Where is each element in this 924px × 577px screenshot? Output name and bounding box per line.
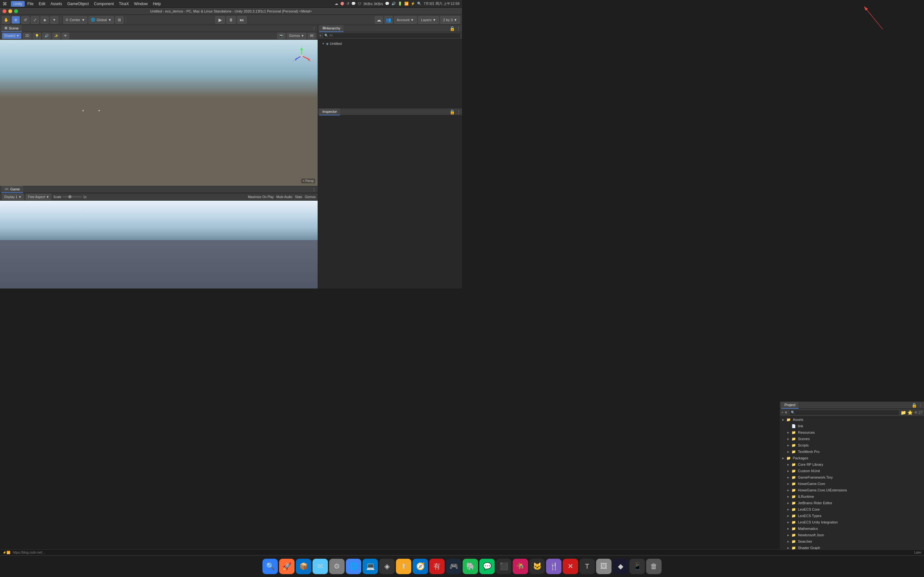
hierarchy-tab[interactable]: ⊞ Hierarchy <box>319 25 344 32</box>
scale-slider[interactable] <box>63 196 82 197</box>
inspector-panel: Inspector 🔒 ⋮ <box>318 108 462 288</box>
hierarchy-search-icon: 🔍 <box>325 34 328 37</box>
pause-button[interactable]: ⏸ <box>226 16 236 24</box>
cloud-button[interactable]: ☁ <box>375 16 383 24</box>
collab-button[interactable]: 👥 <box>384 16 393 24</box>
hierarchy-search-placeholder: All <box>329 34 333 37</box>
gizmos-chevron-icon: ▼ <box>301 34 304 37</box>
scene-ground <box>0 98 318 186</box>
rect-tool-button[interactable]: ◈ <box>40 16 49 24</box>
inspector-lock-icon[interactable]: 🔒 <box>449 109 455 114</box>
scene-tab[interactable]: ⊞ Scene <box>1 25 22 32</box>
menu-window[interactable]: Window <box>132 1 150 7</box>
apple-logo-icon[interactable]: ⌘ <box>3 1 7 6</box>
account-dropdown[interactable]: Account ▼ <box>394 16 417 24</box>
scene-panel-tabs: ⊞ Scene ⋮ <box>0 25 318 32</box>
menu-gameobject[interactable]: GameObject <box>65 1 91 7</box>
game-right-controls: Maximize On Play Mute Audio Stats Gizmos <box>248 195 316 199</box>
menu-help[interactable]: Help <box>150 1 163 7</box>
gizmos-dropdown[interactable]: Gizmos ▼ <box>287 33 306 39</box>
scene-dot-2 <box>99 110 100 111</box>
scene-camera-btn[interactable]: 📷 <box>277 33 286 39</box>
svg-text:X: X <box>309 59 311 62</box>
account-label: Account <box>397 18 410 22</box>
layout-dropdown[interactable]: 2 by 3 ▼ <box>440 16 460 24</box>
step-button[interactable]: ⏭ <box>237 16 247 24</box>
menu-unity[interactable]: Unity <box>11 1 25 7</box>
game-panel-tabs: 🎮 Game ⋮ <box>0 186 318 193</box>
hierarchy-lock-icon[interactable]: 🔒 <box>449 26 455 31</box>
hand-tool-button[interactable]: ✋ <box>2 16 10 24</box>
search-menu-icon[interactable]: 🔍 <box>417 2 422 6</box>
aspect-dropdown[interactable]: Free Aspect ▼ <box>26 193 51 200</box>
2d-toggle[interactable]: 2D <box>23 33 31 39</box>
display-label: Display 1 <box>4 195 17 199</box>
main-layout: ⊞ Scene ⋮ Shaded ▼ 2D 💡 🔊 ✨ 👁 📷 <box>0 25 462 288</box>
display-dropdown[interactable]: Display 1 ▼ <box>2 193 24 200</box>
pivot-chevron-icon: ▼ <box>81 18 85 22</box>
scale-value: 1x <box>83 195 87 199</box>
global-icon: 🌐 <box>91 18 95 22</box>
game-panel-menu[interactable]: ⋮ <box>312 187 317 192</box>
menu-tinax[interactable]: TinaX <box>116 1 132 7</box>
shading-mode-dropdown[interactable]: Shaded ▼ <box>2 33 21 39</box>
aspect-chevron-icon: ▼ <box>46 195 49 199</box>
scene-view[interactable]: X Y Z < Persp <box>0 40 318 186</box>
hierarchy-item-untitled[interactable]: ▼ ◈ Untitled <box>319 40 461 47</box>
scene-sky <box>0 40 318 98</box>
inspector-tabs: Inspector 🔒 ⋮ <box>318 108 462 115</box>
play-button[interactable]: ▶ <box>215 16 225 24</box>
close-button[interactable] <box>3 9 6 13</box>
hierarchy-add-button[interactable]: + <box>319 33 321 38</box>
layers-label: Layers <box>421 18 431 22</box>
hierarchy-search[interactable]: 🔍 All <box>323 33 461 39</box>
game-view[interactable] <box>0 201 318 288</box>
all-dropdown[interactable]: All <box>308 33 316 39</box>
mute-audio-button[interactable]: Mute Audio <box>276 195 292 199</box>
maximize-on-play-button[interactable]: Maximize On Play <box>248 195 274 199</box>
menu-component[interactable]: Component <box>91 1 116 7</box>
scene-panel-menu[interactable]: ⋮ <box>312 26 317 31</box>
scale-control: Scale 1x <box>53 195 87 199</box>
rotate-tool-button[interactable]: ↺ <box>21 16 29 24</box>
scene-visibility-toggle[interactable]: 👁 <box>61 33 69 39</box>
inspector-tab[interactable]: Inspector <box>319 108 340 115</box>
display-chevron-icon: ▼ <box>18 195 21 199</box>
toolbar-sep-1 <box>61 17 61 23</box>
pivot-global-dropdown[interactable]: 🌐 Global ▼ <box>89 16 114 24</box>
scale-tool-button[interactable]: ⤢ <box>31 16 39 24</box>
menu-edit[interactable]: Edit <box>36 1 48 7</box>
effects-toggle[interactable]: ✨ <box>52 33 60 39</box>
audio-toggle[interactable]: 🔊 <box>42 33 51 39</box>
scene-toolbar: Shaded ▼ 2D 💡 🔊 ✨ 👁 📷 Gizmos ▼ All <box>0 32 318 40</box>
account-chevron-icon: ▼ <box>410 18 414 22</box>
maximize-button[interactable] <box>14 9 18 13</box>
game-tab-label: Game <box>10 187 20 191</box>
lighting-toggle[interactable]: 💡 <box>33 33 41 39</box>
datetime-display: 7月3日 周六 上午12:58 <box>423 1 459 6</box>
menu-file[interactable]: File <box>25 1 36 7</box>
grid-tool-button[interactable]: ⊞ <box>115 16 124 24</box>
network-speed: 3KB/s 3KB/s <box>363 2 383 6</box>
pivot-center-dropdown[interactable]: ⊙ Center ▼ <box>63 16 87 24</box>
game-gizmos-button[interactable]: Gizmos <box>305 195 316 199</box>
minimize-button[interactable] <box>8 9 12 13</box>
transform-tool-button[interactable]: ✦ <box>50 16 58 24</box>
layers-dropdown[interactable]: Layers ▼ <box>418 16 439 24</box>
move-tool-button[interactable]: ⊕ <box>11 16 20 24</box>
sync-icon: ↺ <box>347 2 349 6</box>
hierarchy-menu-icon[interactable]: ⋮ <box>456 26 461 31</box>
game-tab[interactable]: 🎮 Game <box>1 186 23 193</box>
global-label: Global <box>97 18 107 22</box>
scale-slider-thumb[interactable] <box>68 195 71 198</box>
main-toolbar: ✋ ⊕ ↺ ⤢ ◈ ✦ ⊙ Center ▼ 🌐 Global ▼ ⊞ ▶ ⏸ … <box>0 15 462 25</box>
hierarchy-label: Hierarchy <box>325 26 341 30</box>
inspector-menu-icon[interactable]: ⋮ <box>456 109 461 114</box>
message-icon: 💬 <box>351 2 356 6</box>
hierarchy-icon: ⊞ <box>322 26 325 30</box>
scene-tab-label: Scene <box>9 26 19 30</box>
gizmos-label: Gizmos <box>289 34 300 37</box>
menu-assets[interactable]: Assets <box>48 1 65 7</box>
pivot-label: Center <box>69 18 80 22</box>
stats-button[interactable]: Stats <box>295 195 302 199</box>
